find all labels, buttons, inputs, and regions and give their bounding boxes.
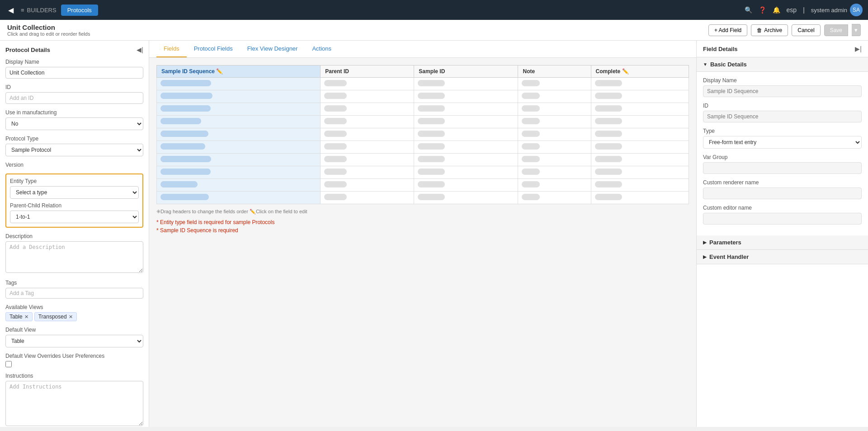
save-button[interactable]: Save [824, 24, 848, 36]
search-icon[interactable]: 🔍 [745, 6, 752, 14]
available-views-chips: Table ✕ Transposed ✕ [5, 312, 143, 321]
description-textarea[interactable] [5, 241, 143, 273]
click-hint: ✏️Click on the field to edit [250, 209, 307, 214]
help-icon[interactable]: ❓ [759, 6, 766, 14]
col-header-parent-id[interactable]: Parent ID [321, 66, 414, 78]
tab-actions[interactable]: Actions [305, 41, 339, 57]
tags-input[interactable] [5, 288, 143, 299]
tab-protocol-fields[interactable]: Protocol Fields [187, 41, 240, 57]
tab-fields[interactable]: Fields [156, 41, 187, 57]
basic-details-section-header[interactable]: ▼ Basic Details [697, 57, 868, 72]
default-view-group: Default View Table Transposed [5, 327, 143, 347]
parent-child-select[interactable]: 1-to-1 1-to-many [10, 211, 139, 223]
right-sidebar-header: Field Details ▶| [697, 41, 868, 57]
protocol-type-select[interactable]: Sample Protocol Other [5, 144, 143, 156]
basic-details-label: Basic Details [710, 61, 747, 68]
default-view-label: Default View [5, 327, 143, 333]
protocols-button[interactable]: Protocols [61, 5, 98, 16]
table-area: Sample ID Sequence ✏️ Parent ID Sample I… [149, 58, 696, 427]
basic-details-chevron: ▼ [703, 62, 708, 67]
top-nav: ◀ ≡ BUILDERS Protocols 🔍 ❓ 🔔 esp | syste… [0, 0, 868, 20]
default-view-overrides-label: Default View Overrides User Preferences [5, 353, 143, 359]
col-header-sample-id-sequence[interactable]: Sample ID Sequence ✏️ [157, 66, 321, 78]
event-handler-section-header[interactable]: ▶ Event Handler [697, 250, 868, 264]
page-subtitle: Click and drag to edit or reorder fields [7, 31, 90, 37]
tab-flex-view-designer[interactable]: Flex View Designer [240, 41, 305, 57]
error-messages: * Entity type field is required for samp… [156, 219, 689, 234]
add-field-button[interactable]: + Add Field [708, 24, 747, 36]
rd-display-name-input[interactable] [703, 85, 862, 97]
rd-display-name-group: Display Name [703, 77, 862, 97]
chip-transposed-remove[interactable]: ✕ [69, 314, 73, 320]
center-content: Fields Protocol Fields Flex View Designe… [149, 41, 696, 427]
rd-var-group-label: Var Group [703, 154, 862, 160]
page-title: Unit Collection [7, 23, 90, 31]
table-row [157, 78, 689, 90]
right-sidebar-title: Field Details [703, 46, 738, 52]
right-sidebar: Field Details ▶| ▼ Basic Details Display… [696, 41, 868, 427]
chip-table-remove[interactable]: ✕ [24, 314, 28, 320]
rd-custom-editor-group: Custom editor name [703, 205, 862, 225]
rd-id-group: ID [703, 103, 862, 122]
tags-label: Tags [5, 280, 143, 286]
display-name-label: Display Name [5, 59, 143, 65]
description-group: Description [5, 233, 143, 274]
rd-type-group: Type Free-form text entry Number Date [703, 128, 862, 149]
parameters-section-header[interactable]: ▶ Parameters [697, 235, 868, 250]
avatar[interactable]: SA [850, 4, 863, 16]
nav-user: system admin SA [811, 4, 863, 16]
rd-type-select[interactable]: Free-form text entry Number Date [703, 136, 862, 149]
rd-id-label: ID [703, 103, 862, 109]
chip-table: Table ✕ [5, 312, 33, 321]
rd-var-group-input[interactable] [703, 162, 862, 174]
main-layout: Protocol Details ◀| Display Name ID Use … [0, 41, 868, 427]
rd-id-input[interactable] [703, 111, 862, 122]
available-views-label: Available Views [5, 304, 143, 310]
entity-type-group: Entity Type Select a type [10, 178, 139, 199]
rd-custom-editor-input[interactable] [703, 213, 862, 225]
col-header-complete[interactable]: Complete ✏️ [591, 66, 689, 78]
col-header-note[interactable]: Note [518, 66, 591, 78]
sidebar-collapse-button[interactable]: ◀| [137, 46, 143, 53]
basic-details-section-body: Display Name ID Type Free-form text entr… [697, 72, 868, 235]
instructions-textarea[interactable] [5, 381, 143, 426]
description-label: Description [5, 233, 143, 239]
bell-icon[interactable]: 🔔 [773, 6, 780, 14]
display-name-input[interactable] [5, 67, 143, 79]
back-button[interactable]: ◀ [5, 4, 16, 16]
save-dropdown-button[interactable]: ▾ [852, 24, 861, 36]
version-label: Version [5, 162, 143, 168]
table-body [157, 78, 689, 204]
rd-custom-renderer-group: Custom renderer name [703, 179, 862, 199]
default-view-overrides-checkbox[interactable] [5, 361, 12, 367]
error-entity-type: * Entity type field is required for samp… [156, 219, 689, 225]
cancel-button[interactable]: Cancel [792, 24, 820, 36]
sidebar-header: Protocol Details ◀| [5, 46, 143, 53]
protocol-type-label: Protocol Type [5, 136, 143, 142]
drag-hint: ⁜Drag headers to change the fields order [156, 209, 248, 214]
builders-icon: ≡ [21, 7, 24, 14]
default-view-select[interactable]: Table Transposed [5, 335, 143, 347]
nav-builders: ≡ BUILDERS [21, 7, 57, 14]
table-row [157, 192, 689, 204]
archive-button[interactable]: 🗑 Archive [751, 24, 788, 36]
sidebar-title: Protocol Details [5, 47, 50, 53]
instructions-group: Instructions [5, 373, 143, 427]
page-header-right: + Add Field 🗑 Archive Cancel Save ▾ [708, 24, 861, 36]
rd-var-group-group: Var Group [703, 154, 862, 174]
right-sidebar-collapse-button[interactable]: ▶| [855, 45, 862, 52]
id-input[interactable] [5, 92, 143, 104]
col-header-sample-id[interactable]: Sample ID [414, 66, 518, 78]
display-name-group: Display Name [5, 59, 143, 79]
parent-child-label: Parent-Child Relation [10, 202, 139, 209]
use-in-manufacturing-select[interactable]: No Yes [5, 117, 143, 130]
table-row [157, 154, 689, 166]
user-name: system admin [811, 7, 847, 14]
left-sidebar: Protocol Details ◀| Display Name ID Use … [0, 41, 149, 427]
rd-custom-renderer-input[interactable] [703, 187, 862, 199]
nav-org: esp [787, 6, 797, 14]
id-label: ID [5, 84, 143, 90]
event-handler-chevron: ▶ [703, 254, 707, 259]
entity-type-select[interactable]: Select a type [10, 186, 139, 199]
error-sample-id: * Sample ID Sequence is required [156, 227, 689, 234]
